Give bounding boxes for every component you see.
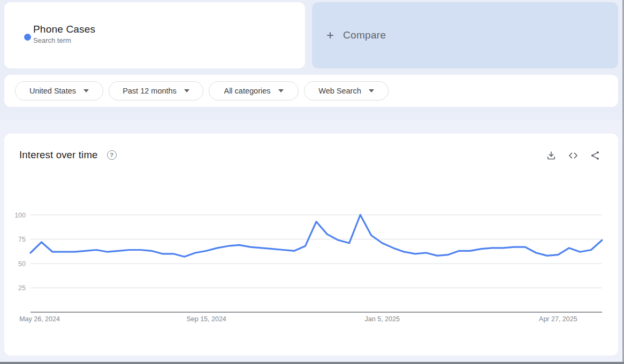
filter-category-dropdown[interactable]: All categories [209,81,299,100]
filter-bar: United States Past 12 months All categor… [4,75,618,107]
svg-text:May 26, 2024: May 26, 2024 [19,315,60,323]
chevron-down-icon [369,89,374,92]
svg-text:50: 50 [18,260,26,268]
filter-searchtype-dropdown[interactable]: Web Search [304,81,389,100]
chevron-down-icon [184,89,189,92]
search-term-title: Phone Cases [33,24,95,35]
filter-category-label: All categories [224,87,270,95]
search-term-subtitle: Search term [33,36,71,44]
svg-text:100: 100 [14,212,26,219]
chevron-down-icon [83,89,89,92]
filter-searchtype-label: Web Search [318,87,361,95]
series-color-dot-icon [24,34,31,41]
plus-icon: + [326,29,334,42]
svg-text:Sep 15, 2024: Sep 15, 2024 [186,315,226,323]
svg-text:25: 25 [18,284,26,292]
svg-text:Jan 5, 2025: Jan 5, 2025 [365,315,400,323]
compare-button[interactable]: + Compare [312,2,618,68]
compare-label: Compare [343,29,386,41]
window-bottom-edge [0,362,624,364]
interest-over-time-chart[interactable]: 255075100May 26, 2024Sep 15, 2024Jan 5, … [4,134,618,355]
svg-text:75: 75 [18,236,26,243]
search-term-card[interactable]: Phone Cases Search term [4,2,305,68]
filter-country-label: United States [29,87,76,95]
svg-text:Apr 27, 2025: Apr 27, 2025 [539,315,577,323]
chevron-down-icon [278,89,284,92]
filter-timerange-dropdown[interactable]: Past 12 months [109,81,203,100]
filter-country-dropdown[interactable]: United States [15,81,103,100]
filter-timerange-label: Past 12 months [123,87,177,95]
